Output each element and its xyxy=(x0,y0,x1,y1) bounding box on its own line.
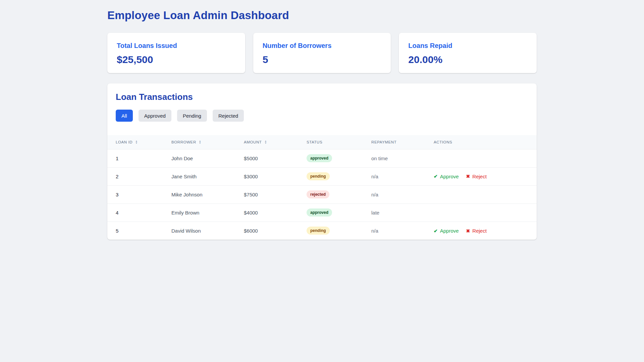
column-label: AMOUNT xyxy=(244,140,262,144)
cell-actions xyxy=(430,185,537,203)
filter-pending-button[interactable]: Pending xyxy=(177,110,207,122)
table-row: 4 Emily Brown $4000 approved late xyxy=(107,203,537,222)
cell-repayment: on time xyxy=(368,149,430,167)
cell-actions xyxy=(430,149,537,167)
stat-value: $25,500 xyxy=(117,54,236,65)
status-badge: approved xyxy=(307,154,332,162)
stats-row: Total Loans Issued $25,500 Number of Bor… xyxy=(107,33,537,73)
loan-table: LOAN ID▲▼ BORROWER▲▼ AMOUNT▲▼ STATUS REP… xyxy=(107,135,537,240)
approve-label: Approve xyxy=(440,228,459,234)
cell-borrower: Mike Johnson xyxy=(168,185,240,203)
check-icon: ✔ xyxy=(434,228,438,234)
table-row: 2 Jane Smith $3000 pending n/a ✔Approve … xyxy=(107,167,537,185)
column-header-borrower[interactable]: BORROWER▲▼ xyxy=(168,135,240,149)
x-icon: ✖ xyxy=(466,174,470,179)
column-header-actions: ACTIONS xyxy=(430,135,537,149)
check-icon: ✔ xyxy=(434,174,438,179)
cell-amount: $5000 xyxy=(240,149,303,167)
filter-button-group: All Approved Pending Rejected xyxy=(107,110,537,122)
cell-loan-id: 3 xyxy=(107,185,168,203)
stat-value: 20.00% xyxy=(408,54,527,65)
column-label: LOAN ID xyxy=(116,140,132,144)
table-header-row: LOAN ID▲▼ BORROWER▲▼ AMOUNT▲▼ STATUS REP… xyxy=(107,135,537,149)
cell-borrower: Jane Smith xyxy=(168,167,240,185)
reject-button[interactable]: ✖Reject xyxy=(466,174,487,179)
table-row: 1 John Doe $5000 approved on time xyxy=(107,149,537,167)
stat-label: Number of Borrowers xyxy=(263,42,382,50)
cell-amount: $3000 xyxy=(240,167,303,185)
cell-actions: ✔Approve ✖Reject xyxy=(430,222,537,240)
column-header-loan-id[interactable]: LOAN ID▲▼ xyxy=(107,135,168,149)
approve-label: Approve xyxy=(440,174,459,179)
cell-actions: ✔Approve ✖Reject xyxy=(430,167,537,185)
table-row: 5 David Wilson $6000 pending n/a ✔Approv… xyxy=(107,222,537,240)
reject-button[interactable]: ✖Reject xyxy=(466,228,487,234)
approve-button[interactable]: ✔Approve xyxy=(434,174,459,179)
cell-amount: $6000 xyxy=(240,222,303,240)
cell-repayment: n/a xyxy=(368,167,430,185)
table-row: 3 Mike Johnson $7500 rejected n/a xyxy=(107,185,537,203)
column-header-amount[interactable]: AMOUNT▲▼ xyxy=(240,135,303,149)
column-label: ACTIONS xyxy=(434,140,452,144)
status-badge: rejected xyxy=(307,190,329,198)
cell-repayment: late xyxy=(368,203,430,222)
status-badge: pending xyxy=(307,227,330,235)
cell-repayment: n/a xyxy=(368,185,430,203)
stat-card-borrowers: Number of Borrowers 5 xyxy=(253,33,391,73)
cell-loan-id: 1 xyxy=(107,149,168,167)
sort-icon: ▲▼ xyxy=(199,140,202,144)
status-badge: approved xyxy=(307,208,332,217)
stat-label: Loans Repaid xyxy=(408,42,527,50)
cell-borrower: Emily Brown xyxy=(168,203,240,222)
transactions-title: Loan Transactions xyxy=(107,92,537,102)
loan-transactions-panel: Loan Transactions All Approved Pending R… xyxy=(107,83,537,240)
column-label: STATUS xyxy=(307,140,322,144)
column-header-repayment: REPAYMENT xyxy=(368,135,430,149)
stat-label: Total Loans Issued xyxy=(117,42,236,50)
reject-label: Reject xyxy=(472,174,487,179)
cell-actions xyxy=(430,203,537,222)
status-badge: pending xyxy=(307,172,330,180)
column-label: BORROWER xyxy=(171,140,196,144)
filter-approved-button[interactable]: Approved xyxy=(139,110,171,122)
approve-button[interactable]: ✔Approve xyxy=(434,228,459,234)
cell-borrower: John Doe xyxy=(168,149,240,167)
stat-card-total-loans: Total Loans Issued $25,500 xyxy=(107,33,245,73)
column-label: REPAYMENT xyxy=(371,140,396,144)
main-container: Employee Loan Admin Dashboard Total Loan… xyxy=(107,0,537,240)
cell-borrower: David Wilson xyxy=(168,222,240,240)
sort-icon: ▲▼ xyxy=(135,140,138,144)
page-title: Employee Loan Admin Dashboard xyxy=(107,9,537,22)
x-icon: ✖ xyxy=(466,228,470,234)
sort-icon: ▲▼ xyxy=(264,140,267,144)
reject-label: Reject xyxy=(472,228,487,234)
cell-repayment: n/a xyxy=(368,222,430,240)
cell-loan-id: 2 xyxy=(107,167,168,185)
filter-rejected-button[interactable]: Rejected xyxy=(213,110,244,122)
stat-value: 5 xyxy=(263,54,382,65)
cell-loan-id: 5 xyxy=(107,222,168,240)
stat-card-loans-repaid: Loans Repaid 20.00% xyxy=(399,33,537,73)
cell-loan-id: 4 xyxy=(107,203,168,222)
cell-amount: $4000 xyxy=(240,203,303,222)
filter-all-button[interactable]: All xyxy=(116,110,133,122)
cell-amount: $7500 xyxy=(240,185,303,203)
column-header-status: STATUS xyxy=(303,135,368,149)
